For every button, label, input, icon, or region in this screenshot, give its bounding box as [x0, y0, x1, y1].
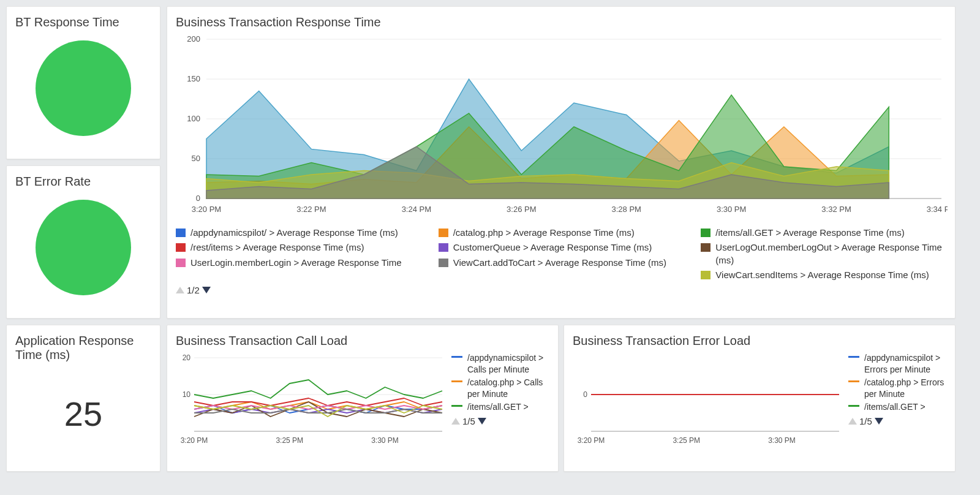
legend-label: /appdynamicspilot > Calls per Minute — [467, 352, 549, 376]
svg-text:3:26 PM: 3:26 PM — [507, 205, 536, 214]
legend-item[interactable]: UserLogOut.memberLogOut > Average Respon… — [701, 240, 946, 268]
svg-text:3:25 PM: 3:25 PM — [276, 436, 303, 445]
legend-swatch-icon — [701, 229, 710, 237]
legend-swatch-icon — [701, 243, 710, 252]
legend-label: /appdynamicspilot/ > Average Response Ti… — [190, 227, 398, 239]
svg-text:3:24 PM: 3:24 PM — [402, 205, 431, 214]
legend-label: /appdynamicspilot > Errors per Minute — [864, 352, 946, 376]
legend-line-icon — [451, 405, 462, 413]
svg-text:3:22 PM: 3:22 PM — [296, 205, 326, 214]
svg-text:50: 50 — [192, 154, 200, 163]
legend-label: /items/all.GET > Average Response Time (… — [715, 227, 904, 239]
svg-text:3:30 PM: 3:30 PM — [768, 436, 796, 445]
svg-text:100: 100 — [187, 114, 200, 123]
legend-swatch-icon — [176, 243, 186, 252]
legend-label: /items/all.GET > — [467, 401, 529, 413]
pager-prev-icon[interactable] — [848, 418, 857, 425]
panel-title: Business Transaction Call Load — [176, 334, 549, 348]
legend-line-icon — [451, 356, 462, 364]
panel-app-response-time: Application Response Time (ms) 25 — [6, 325, 160, 472]
legend-item[interactable]: /catalog.php > Calls per Minute — [451, 376, 549, 401]
chart-call-load[interactable]: 10203:20 PM3:25 PM3:30 PM — [176, 352, 445, 447]
chart-legend: /appdynamicspilot > Errors per Minute/ca… — [848, 352, 946, 414]
panel-title: BT Response Time — [15, 15, 151, 29]
legend-item[interactable]: /items/all.GET > — [451, 401, 549, 414]
status-circle-icon — [36, 40, 131, 136]
pager-text: 1/5 — [462, 416, 475, 426]
legend-swatch-icon — [439, 259, 448, 267]
legend-item[interactable]: UserLogin.memberLogin > Average Response… — [176, 255, 421, 270]
panel-title: Application Response Time (ms) — [15, 334, 151, 362]
legend-label: /catalog.php > Errors per Minute — [864, 377, 946, 400]
panel-title: Business Transaction Response Time — [176, 15, 946, 29]
legend-label: /catalog.php > Average Response Time (ms… — [453, 227, 635, 239]
chart-legend: /appdynamicspilot/ > Average Response Ti… — [176, 225, 946, 282]
legend-item[interactable]: ViewCart.addToCart > Average Response Ti… — [439, 255, 684, 270]
legend-swatch-icon — [176, 259, 186, 267]
legend-label: ViewCart.sendItems > Average Response Ti… — [715, 269, 929, 281]
svg-text:10: 10 — [183, 390, 191, 399]
legend-pager: 1/5 — [451, 416, 486, 426]
pager-text: 1/2 — [187, 285, 200, 295]
legend-item[interactable]: CustomerQueue > Average Response Time (m… — [439, 240, 684, 255]
panel-title: BT Error Rate — [15, 175, 151, 189]
chart-legend: /appdynamicspilot > Calls per Minute/cat… — [451, 352, 549, 414]
svg-text:20: 20 — [183, 353, 191, 362]
svg-text:3:34 PM: 3:34 PM — [927, 205, 948, 214]
pager-prev-icon[interactable] — [176, 287, 184, 293]
svg-text:0: 0 — [196, 194, 200, 203]
legend-line-icon — [848, 380, 859, 388]
panel-call-load: Business Transaction Call Load 10203:20 … — [167, 325, 559, 472]
dashboard-grid: BT Response Time BT Error Rate Applicati… — [0, 0, 980, 495]
legend-item[interactable]: /appdynamicspilot/ > Average Response Ti… — [176, 225, 421, 240]
legend-label: UserLogOut.memberLogOut > Average Respon… — [715, 241, 946, 266]
legend-line-icon — [848, 356, 859, 364]
svg-text:3:32 PM: 3:32 PM — [821, 205, 851, 214]
pager-prev-icon[interactable] — [451, 418, 460, 425]
legend-swatch-icon — [439, 229, 448, 237]
legend-line-icon — [848, 405, 859, 413]
legend-pager: 1/2 — [176, 285, 211, 295]
panel-bt-response-chart: Business Transaction Response Time 05010… — [167, 6, 956, 319]
legend-line-icon — [451, 380, 462, 388]
legend-item[interactable]: /items/all.GET > — [848, 401, 946, 414]
legend-item[interactable]: /catalog.php > Errors per Minute — [848, 376, 946, 401]
chart-main[interactable]: 0501001502003:20 PM3:22 PM3:24 PM3:26 PM… — [176, 33, 948, 217]
pager-next-icon[interactable] — [202, 287, 211, 293]
legend-label: /catalog.php > Calls per Minute — [467, 377, 549, 400]
legend-item[interactable]: /rest/items > Average Response Time (ms) — [176, 240, 421, 255]
legend-swatch-icon — [701, 271, 710, 279]
panel-title: Business Transaction Error Load — [573, 334, 946, 348]
legend-label: UserLogin.memberLogin > Average Response… — [190, 257, 402, 269]
svg-text:200: 200 — [187, 34, 200, 43]
legend-pager: 1/5 — [848, 416, 883, 426]
pager-next-icon[interactable] — [478, 418, 486, 425]
legend-item[interactable]: /catalog.php > Average Response Time (ms… — [439, 225, 684, 240]
status-circle-icon — [36, 200, 131, 295]
metric-value: 25 — [15, 394, 151, 434]
panel-error-load: Business Transaction Error Load 03:20 PM… — [564, 325, 956, 472]
svg-text:150: 150 — [187, 74, 200, 83]
legend-item[interactable]: /items/all.GET > Average Response Time (… — [701, 225, 946, 240]
legend-item[interactable]: /appdynamicspilot > Errors per Minute — [848, 352, 946, 376]
legend-item[interactable]: ViewCart.sendItems > Average Response Ti… — [701, 268, 946, 282]
panel-bt-error-rate: BT Error Rate — [6, 165, 160, 319]
legend-swatch-icon — [439, 243, 448, 252]
svg-text:0: 0 — [583, 390, 587, 399]
svg-text:3:20 PM: 3:20 PM — [181, 436, 208, 445]
svg-text:3:30 PM: 3:30 PM — [371, 436, 399, 445]
svg-text:3:28 PM: 3:28 PM — [612, 205, 641, 214]
svg-text:3:20 PM: 3:20 PM — [578, 436, 605, 445]
legend-item[interactable]: /appdynamicspilot > Calls per Minute — [451, 352, 549, 376]
panel-bt-response-time: BT Response Time — [6, 6, 160, 159]
pager-text: 1/5 — [859, 416, 872, 426]
legend-label: ViewCart.addToCart > Average Response Ti… — [453, 257, 666, 269]
svg-text:3:30 PM: 3:30 PM — [717, 205, 746, 214]
chart-error-load[interactable]: 03:20 PM3:25 PM3:30 PM — [573, 352, 842, 447]
svg-text:3:20 PM: 3:20 PM — [192, 205, 221, 214]
pager-next-icon[interactable] — [875, 418, 883, 425]
legend-label: CustomerQueue > Average Response Time (m… — [453, 241, 652, 254]
legend-label: /rest/items > Average Response Time (ms) — [190, 241, 364, 254]
legend-label: /items/all.GET > — [864, 401, 925, 413]
svg-text:3:25 PM: 3:25 PM — [673, 436, 700, 445]
